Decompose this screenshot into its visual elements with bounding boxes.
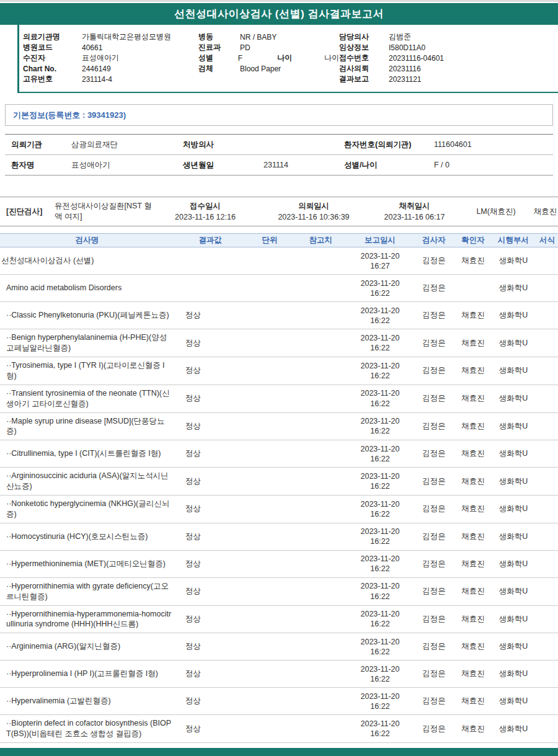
tester-cell: 김정은 <box>412 421 456 432</box>
basic-info-row: 환자명표성애아기생년월일231114성별/나이F / 0 <box>5 155 553 176</box>
test-name-cell: ··Citrullinemia, type I (CIT)(시트룰린혈증 I형) <box>0 445 174 462</box>
report-time: 16:22 <box>348 481 412 491</box>
patient-info-row: 병원코드40661 <box>23 42 198 53</box>
test-name-cell: ··Transient tyrosinemia of the neonate (… <box>0 385 174 412</box>
patient-info-row: 결과보고20231121 <box>339 74 558 84</box>
column-header: 보고일시 <box>348 235 412 246</box>
result-row: ··Biopterin defect in cofactor biosynthe… <box>0 715 558 743</box>
report-date: 2023-11-20 <box>348 444 412 454</box>
column-header: 서식 <box>536 235 558 246</box>
field-value: Blood Paper <box>240 64 281 73</box>
department-cell: 생화학U <box>490 256 536 266</box>
confirmer-cell: 채효진 <box>456 448 490 459</box>
result-value-cell: 정상 <box>174 310 246 321</box>
report-datetime-cell: 2023-11-2016:22 <box>348 444 412 465</box>
department-cell: 생화학U <box>490 504 536 514</box>
field-label: 고유번호 <box>23 74 82 84</box>
report-datetime-cell: 2023-11-2016:22 <box>348 664 412 685</box>
field-label-2: 나이 <box>277 53 317 63</box>
tester-cell: 김정은 <box>412 696 456 706</box>
report-datetime-cell: 2023-11-2016:22 <box>348 692 412 712</box>
report-time: 16:22 <box>348 288 412 298</box>
patient-info-column-left: 의료기관명가톨릭대학교은평성모병원병원코드40661수진자표성애아기Chart … <box>23 32 198 84</box>
result-row: ··Hyperornithinemia-hyperammonemia-homoc… <box>0 606 558 634</box>
field-value: 231114 <box>257 161 338 169</box>
tester-cell: 김정은 <box>412 504 456 514</box>
patient-info-row: 성별F나이나이 <box>198 53 339 63</box>
results-table-body: 선천성대사이상검사 (선별)2023-11-2016:27김정은채효진생화학UA… <box>0 247 558 743</box>
confirmer-cell: 채효진 <box>456 421 490 432</box>
report-datetime-cell: 2023-11-2016:22 <box>348 471 412 492</box>
patient-info-row: 수진자표성애아기 <box>23 53 198 63</box>
field-value: 111604601 <box>428 140 553 149</box>
field-value: 표성애아기 <box>65 160 177 171</box>
confirmer-cell: 채효진 <box>456 531 490 542</box>
department-cell: 생화학U <box>490 448 536 459</box>
report-time: 16:22 <box>348 343 412 353</box>
test-name-cell: Amino acid metabolism Disorders <box>0 280 174 296</box>
field-label: 처방의사 <box>177 140 257 150</box>
patient-info-row: 접수번호20231116-04601 <box>339 53 558 63</box>
department-cell: 생화학U <box>490 669 536 679</box>
result-row: ··Nonketotic hyperglycinemia (NKHG)(글리신뇌… <box>0 496 558 523</box>
report-time: 16:22 <box>348 564 412 574</box>
results-table-header: 검사명결과값단위참고치보고일시검사자확인자시행부서서식 <box>0 233 558 247</box>
field-label: 접수번호 <box>339 53 389 63</box>
diagnosis-test-name: 유전성대사이상질환[NST 혈액 여지] <box>55 201 153 222</box>
bottom-section-bar <box>0 748 558 756</box>
test-name-cell: ··Argininemia (ARG)(알지닌혈증) <box>0 638 174 655</box>
report-date: 2023-11-20 <box>348 581 412 591</box>
diagnosis-field: 채취일시2023-11-16 06:17 <box>370 200 459 223</box>
report-time: 16:22 <box>348 399 412 409</box>
tester-cell: 김정은 <box>412 256 456 266</box>
department-cell: 생화학U <box>490 310 536 321</box>
report-time: 16:22 <box>348 454 412 464</box>
tester-cell: 김정은 <box>412 641 456 652</box>
tester-cell: 김정은 <box>412 365 456 376</box>
result-value-cell: 정상 <box>174 641 246 652</box>
report-date: 2023-11-20 <box>348 361 412 371</box>
result-value-cell: 정상 <box>174 338 246 349</box>
field-label: 진료과 <box>198 42 240 53</box>
result-value-cell: 정상 <box>174 559 246 569</box>
report-datetime-cell: 2023-11-2016:22 <box>348 361 412 381</box>
result-value-cell: 정상 <box>174 421 246 432</box>
report-time: 16:22 <box>348 592 412 602</box>
test-name-cell: 선천성대사이상검사 (선별) <box>0 252 174 269</box>
test-name-cell: ··Benign hyperphenylalaninemia (H-PHE)(양… <box>0 329 174 357</box>
tester-cell: 김정은 <box>412 586 456 597</box>
result-value-cell: 정상 <box>174 393 246 404</box>
field-label: 접수일시 <box>153 200 258 211</box>
tester-cell: 김정은 <box>412 531 456 542</box>
field-value: 2023-11-16 06:17 <box>370 211 459 223</box>
diagnosis-field: 의뢰일시2023-11-16 10:36:39 <box>258 200 370 223</box>
department-cell: 생화학U <box>490 724 536 734</box>
report-datetime-cell: 2023-11-2016:22 <box>348 278 412 299</box>
result-row: ··Benign hyperphenylalaninemia (H-PHE)(양… <box>0 329 558 357</box>
test-name-cell: ··Tyrosinemia, type I (TYR I)(고타이로신혈증 I형… <box>0 357 174 385</box>
result-row: ··Tyrosinemia, type I (TYR I)(고타이로신혈증 I형… <box>0 357 558 385</box>
field-value: F / 0 <box>428 161 553 169</box>
patient-info-row: 담당의사김범준 <box>339 32 558 42</box>
tester-cell: 김정은 <box>412 614 456 625</box>
report-time: 16:22 <box>348 647 412 657</box>
confirmer-cell: 채효진 <box>456 559 490 569</box>
department-cell: 생화학U <box>490 531 536 542</box>
department-cell: 생화학U <box>490 476 536 487</box>
result-row: ··Argininosuccinic aciduria (ASA)(알지노석시닌… <box>0 468 558 496</box>
field-label: 성별 <box>198 53 238 63</box>
report-date: 2023-11-20 <box>348 664 412 674</box>
patient-info-row: Chart No.2446149 <box>23 63 198 74</box>
column-header: 참고치 <box>293 235 348 246</box>
report-date: 2023-11-20 <box>348 471 412 481</box>
result-value-cell: 정상 <box>174 531 246 542</box>
result-row: ··Classic Phenylketonuria (PKU)(페닐케톤뇨증)정… <box>0 302 558 329</box>
test-name-cell: ··Classic Phenylketonuria (PKU)(페닐케톤뇨증) <box>0 307 174 324</box>
field-value: 표성애아기 <box>82 53 119 63</box>
patient-info-column-right: 담당의사김범준임상정보I580D11A0접수번호20231116-04601검사… <box>339 32 558 84</box>
confirmer-cell: 채효진 <box>456 476 490 487</box>
report-date: 2023-11-20 <box>348 388 412 398</box>
column-header: 단위 <box>246 235 293 246</box>
field-value-2: 나이 <box>324 53 339 63</box>
column-header: 결과값 <box>174 235 246 246</box>
